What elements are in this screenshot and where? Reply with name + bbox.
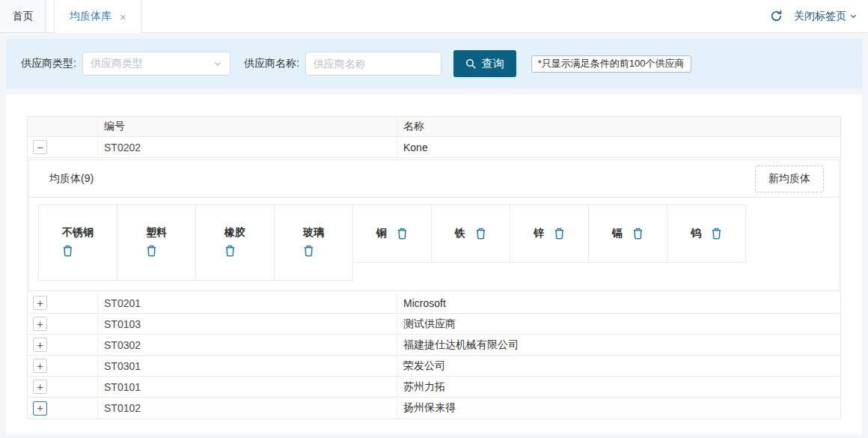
row-code: ST0102 [98,398,397,419]
filter-bar: 供应商类型: 供应商类型 供应商名称: 查询 *只显示满足条件的前100个供应商 [6,39,862,88]
row-name: 福建捷仕达机械有限公司 [397,335,840,355]
material-name: 铁 [455,227,465,240]
row-code: ST0101 [98,377,397,397]
homogeneous-card: 橡胶 [195,204,275,281]
delete-icon[interactable] [475,228,486,240]
refresh-icon[interactable] [770,10,783,22]
row-code: ST0302 [98,335,397,355]
homogeneous-card: 不锈钢 [38,204,117,281]
tab-label: 均质体库 [70,10,111,23]
header-code: 编号 [98,117,397,136]
delete-icon[interactable] [711,228,722,240]
material-name: 锌 [534,227,544,240]
homogeneous-cards: 不锈钢 塑料 [29,198,839,281]
row-name: 荣发公司 [397,356,840,376]
supplier-table: 编号 名称 − ST0202 Kone 均质体(9) 新均质体 不锈钢 [27,116,841,419]
delete-icon[interactable] [146,245,157,257]
homogeneous-card: 塑料 [117,204,196,281]
tab-home[interactable]: 首页 [0,0,46,32]
delete-icon[interactable] [632,228,644,240]
supplier-type-select[interactable]: 供应商类型 [82,52,230,76]
row-name: Kone [397,137,840,157]
tab-bar-actions: 关闭标签页 [770,0,858,32]
chevron-down-icon [849,12,858,20]
material-name: 橡胶 [224,226,245,240]
result-limit-hint: *只显示满足条件的前100个供应商 [531,55,691,73]
table-row: + ST0103 测试供应商 [28,314,840,335]
table-header: 编号 名称 [28,117,840,137]
close-tabs-dropdown[interactable]: 关闭标签页 [794,10,858,23]
tab-homogeneous-library[interactable]: 均质体库 × [54,0,142,33]
detail-header: 均质体(9) 新均质体 [29,160,839,198]
expand-row-button[interactable]: + [33,401,47,416]
row-name: 扬州保来得 [397,398,840,419]
material-name: 玻璃 [303,226,324,240]
material-name: 铜 [376,227,387,240]
table-row: + ST0301 荣发公司 [28,356,840,377]
delete-icon[interactable] [554,228,565,240]
table-row: + ST0102 扬州保来得 [28,398,840,419]
delete-icon[interactable] [62,245,73,257]
content-panel: 编号 名称 − ST0202 Kone 均质体(9) 新均质体 不锈钢 [6,94,862,434]
expanded-detail-panel: 均质体(9) 新均质体 不锈钢 [28,159,840,291]
table-row: + ST0201 Microsoft [28,293,840,314]
row-name: 测试供应商 [397,314,840,334]
chevron-down-icon [213,59,222,68]
row-name: Microsoft [397,293,840,313]
delete-icon[interactable] [303,245,314,257]
row-code: ST0202 [98,137,397,157]
table-row: − ST0202 Kone [28,137,840,158]
search-button-label: 查询 [482,57,504,71]
row-code: ST0103 [98,314,397,334]
homogeneous-card: 玻璃 [274,204,353,281]
tab-bar: 首页 均质体库 × 关闭标签页 [0,0,868,33]
search-button[interactable]: 查询 [453,50,516,77]
homogeneous-count-title: 均质体(9) [49,172,94,186]
material-name: 钨 [691,227,701,240]
header-expand-column [28,117,98,136]
homogeneous-card: 钨 [667,204,746,263]
homogeneous-card: 镉 [588,204,667,263]
supplier-name-input[interactable] [305,52,441,76]
table-row: + ST0302 福建捷仕达机械有限公司 [28,335,840,356]
header-name: 名称 [397,117,840,136]
expand-row-button[interactable]: + [33,338,47,352]
supplier-name-label: 供应商名称: [244,57,299,70]
search-icon [465,58,476,69]
collapse-row-button[interactable]: − [33,140,47,154]
new-homogeneous-button[interactable]: 新均质体 [755,165,824,192]
close-tabs-label: 关闭标签页 [794,10,846,23]
supplier-type-label: 供应商类型: [21,57,76,70]
homogeneous-card: 铁 [431,204,510,263]
expand-row-button[interactable]: + [33,317,47,331]
expand-row-button[interactable]: + [33,359,47,373]
row-name: 苏州力拓 [397,377,840,397]
homogeneous-card: 铜 [352,204,432,263]
tab-close-icon[interactable]: × [120,11,126,22]
material-name: 镉 [612,227,623,240]
row-code: ST0201 [98,293,397,313]
supplier-type-placeholder: 供应商类型 [91,57,143,70]
delete-icon[interactable] [397,228,408,240]
material-name: 不锈钢 [62,226,94,240]
table-row: + ST0101 苏州力拓 [28,377,840,398]
expand-row-button[interactable]: + [33,380,47,394]
delete-icon[interactable] [224,245,236,257]
row-code: ST0301 [98,356,397,376]
homogeneous-card: 锌 [510,204,589,263]
material-name: 塑料 [146,226,167,240]
expand-row-button[interactable]: + [33,296,47,310]
